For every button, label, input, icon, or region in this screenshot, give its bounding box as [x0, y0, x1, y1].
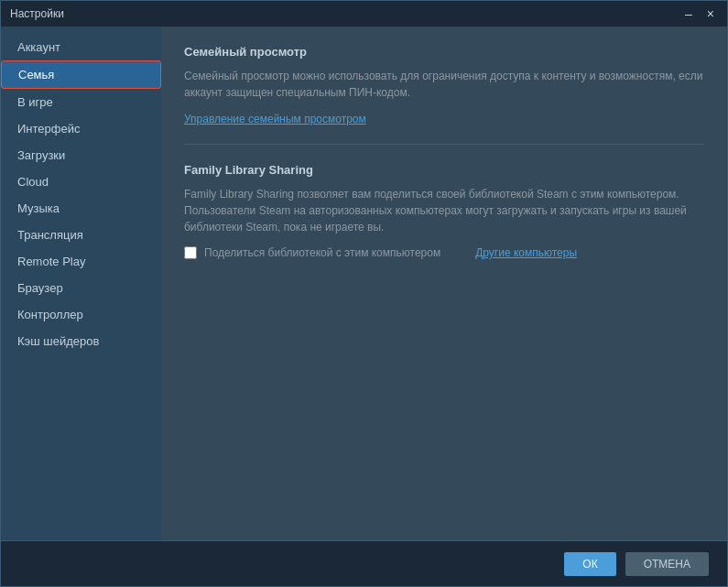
- content-area: Аккаунт Семья В игре Интерфейс Загрузки …: [1, 27, 727, 540]
- share-library-checkbox[interactable]: [184, 246, 197, 259]
- other-computers-link[interactable]: Другие компьютеры: [475, 246, 577, 259]
- settings-window: Настройки – × Аккаунт Семья В игре Интер…: [0, 0, 728, 587]
- sidebar-item-remoteplay[interactable]: Remote Play: [1, 248, 161, 275]
- family-view-description: Семейный просмотр можно использовать для…: [184, 68, 704, 101]
- sidebar-item-browser[interactable]: Браузер: [1, 275, 161, 301]
- main-panel: Семейный просмотр Семейный просмотр можн…: [161, 27, 727, 540]
- sidebar-item-interface[interactable]: Интерфейс: [1, 115, 161, 142]
- sidebar-item-controller[interactable]: Контроллер: [1, 301, 161, 328]
- family-sharing-title: Family Library Sharing: [184, 163, 704, 177]
- sidebar-item-shadercache[interactable]: Кэш шейдеров: [1, 328, 161, 354]
- cancel-button[interactable]: ОТМЕНА: [625, 552, 709, 576]
- sidebar-item-ingame[interactable]: В игре: [1, 89, 161, 115]
- family-view-section: Семейный просмотр Семейный просмотр можн…: [184, 45, 704, 125]
- family-view-title: Семейный просмотр: [184, 45, 704, 59]
- title-bar: Настройки – ×: [1, 1, 727, 27]
- family-view-link[interactable]: Управление семейным просмотром: [184, 113, 366, 125]
- family-sharing-description: Family Library Sharing позволяет вам под…: [184, 186, 704, 235]
- minimize-button[interactable]: –: [681, 7, 696, 20]
- share-library-row: Поделиться библиотекой с этим компьютеро…: [184, 246, 704, 259]
- bottom-bar: ОК ОТМЕНА: [1, 540, 727, 586]
- sidebar-item-downloads[interactable]: Загрузки: [1, 142, 161, 168]
- close-button[interactable]: ×: [703, 7, 718, 20]
- sidebar-item-broadcast[interactable]: Трансляция: [1, 222, 161, 248]
- window-title: Настройки: [10, 7, 64, 20]
- family-sharing-section: Family Library Sharing Family Library Sh…: [184, 163, 704, 259]
- title-bar-controls: – ×: [681, 7, 718, 20]
- sidebar: Аккаунт Семья В игре Интерфейс Загрузки …: [1, 27, 161, 540]
- sidebar-item-family[interactable]: Семья: [1, 60, 161, 89]
- sidebar-item-cloud[interactable]: Cloud: [1, 168, 161, 195]
- sidebar-item-music[interactable]: Музыка: [1, 195, 161, 222]
- sidebar-item-account[interactable]: Аккаунт: [1, 34, 161, 60]
- share-library-label: Поделиться библиотекой с этим компьютеро…: [204, 246, 440, 259]
- ok-button[interactable]: ОК: [564, 552, 615, 576]
- section-divider: [184, 144, 704, 145]
